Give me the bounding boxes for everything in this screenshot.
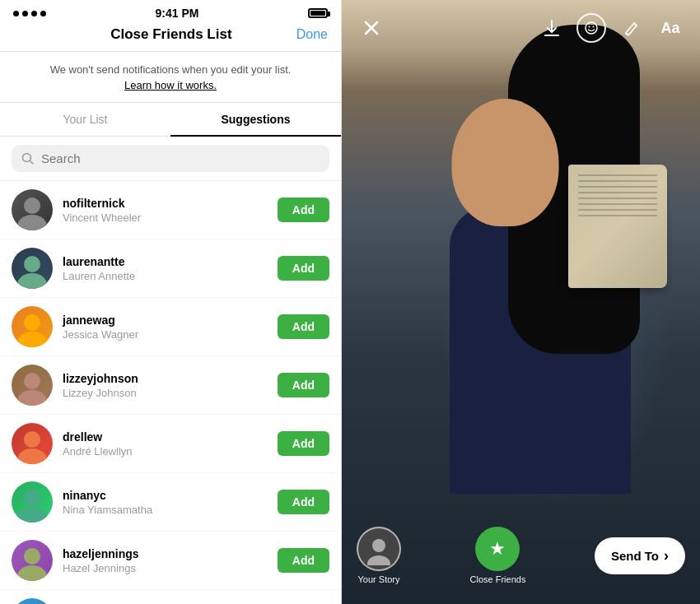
user-info: jannewag Jessica Wagner [63,314,278,341]
svg-point-3 [17,215,47,230]
svg-point-7 [17,332,47,347]
username: hazeljennings [63,547,278,560]
star-icon: ★ [489,538,506,560]
username: lizzeyjohnson [63,372,278,385]
svg-point-10 [24,431,40,448]
username: laurenantte [63,255,278,268]
svg-point-9 [17,390,47,406]
tabs-bar: Your List Suggestions [0,103,341,137]
search-icon [21,152,35,165]
fullname: Jessica Wagner [63,328,278,341]
avatar [12,481,53,523]
tab-suggestions[interactable]: Suggestions [170,103,341,136]
close-friends-button[interactable]: ★ Close Friends [470,527,526,584]
list-item: drellew André Llewllyn Add [0,415,341,473]
user-info: nofilternick Vincent Wheeler [63,197,278,224]
avatar [12,306,53,347]
right-panel: Aa Your Story ★ Close Friends Send To › [342,0,700,604]
username: nofilternick [63,197,278,210]
download-button[interactable] [537,13,567,43]
list-item: jannewag Jessica Wagner Add [0,298,341,356]
fullname: Lizzey Johnson [63,387,278,399]
notice-text: We won't send notifications when you edi… [50,63,292,76]
user-info: laurenantte Lauren Annette [63,255,278,282]
add-button[interactable]: Add [278,373,329,397]
status-time: 9:41 PM [156,7,199,20]
username: drellew [63,430,278,444]
list-item: laurenantte Lauren Annette Add [0,239,341,298]
svg-line-1 [30,160,34,164]
svg-point-15 [17,565,47,581]
search-box [12,145,329,172]
list-item: hazeljennings Hazel Jennings Add [0,532,341,590]
search-container [0,137,341,181]
story-bottom-bar: Your Story ★ Close Friends Send To › [342,513,700,604]
user-info: lizzeyjohnson Lizzey Johnson [63,372,278,399]
avatar [12,423,53,464]
add-button[interactable]: Add [278,314,329,339]
your-story-label: Your Story [358,574,400,584]
close-button[interactable] [357,13,386,43]
close-friends-label: Close Friends [470,574,526,584]
add-button[interactable]: Add [278,548,329,573]
status-bar: 9:41 PM [0,0,341,23]
chevron-right-icon: › [664,547,669,565]
notice-bar: We won't send notifications when you edi… [0,52,341,103]
username: ninanyc [63,489,278,502]
search-input[interactable] [41,151,320,165]
svg-point-14 [24,548,40,565]
svg-point-13 [17,507,47,523]
book [568,165,667,288]
list-item: laurenraebutte Add [0,590,341,604]
username: jannewag [63,314,278,327]
user-info: ninanyc Nina Yiamsamatha [63,489,278,516]
avatar [12,189,53,230]
story-top-bar: Aa [342,0,700,56]
person-face [451,99,558,226]
your-story-avatar [357,527,401,571]
your-story-button[interactable]: Your Story [357,527,401,584]
user-info: hazeljennings Hazel Jennings [63,547,278,574]
add-button[interactable]: Add [278,431,329,456]
svg-point-24 [593,26,595,28]
done-button[interactable]: Done [296,27,328,42]
list-item: lizzeyjohnson Lizzey Johnson Add [0,356,341,415]
svg-point-5 [17,273,47,289]
battery-icon [308,8,328,18]
fullname: Nina Yiamsamatha [63,504,278,516]
add-button[interactable]: Add [278,256,329,281]
text-button[interactable]: Aa [656,13,685,43]
learn-how-link[interactable]: Learn how it works. [124,79,217,91]
fullname: Hazel Jennings [63,562,278,574]
svg-point-23 [589,26,590,28]
svg-point-12 [24,490,40,506]
add-button[interactable]: Add [278,197,329,222]
fullname: Lauren Annette [63,270,278,282]
fullname: Vincent Wheeler [63,211,278,224]
header: Close Friends List Done [0,23,341,52]
svg-point-11 [17,448,47,464]
user-list: nofilternick Vincent Wheeler Add laurena… [0,181,341,604]
draw-button[interactable] [616,13,646,43]
svg-point-22 [586,22,597,34]
add-button[interactable]: Add [278,490,329,514]
svg-point-2 [24,197,40,214]
sticker-button[interactable] [576,13,606,43]
page-title: Close Friends List [46,26,296,43]
send-to-button[interactable]: Send To › [595,537,685,574]
list-item: nofilternick Vincent Wheeler Add [0,181,341,239]
list-item: ninanyc Nina Yiamsamatha Add [0,473,341,532]
avatar [12,540,53,581]
fullname: André Llewllyn [63,445,278,458]
text-icon-label: Aa [660,20,679,37]
avatar [12,365,53,406]
svg-point-6 [24,314,40,331]
story-top-right: Aa [537,13,685,43]
avatar [12,598,53,604]
svg-point-4 [24,256,40,272]
left-panel: 9:41 PM Close Friends List Done We won't… [0,0,342,604]
tab-your-list[interactable]: Your List [0,103,170,136]
svg-point-25 [372,539,385,552]
svg-point-26 [367,555,390,565]
user-info: drellew André Llewllyn [63,430,278,458]
